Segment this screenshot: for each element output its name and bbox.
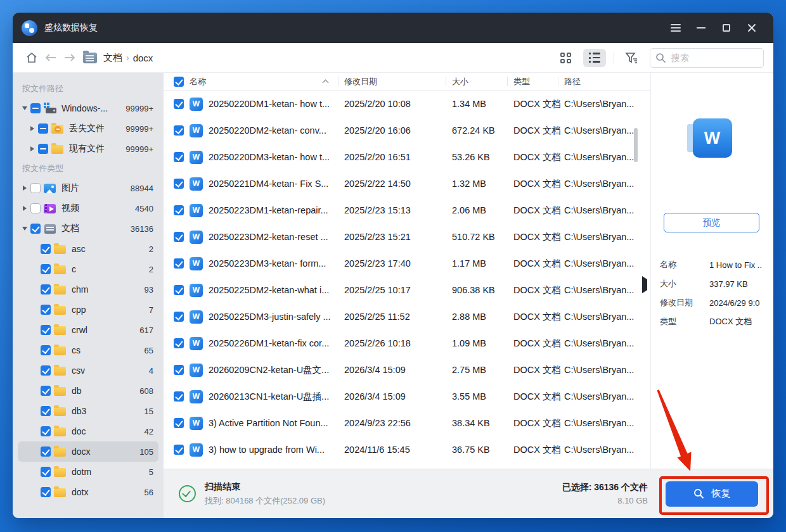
table-row[interactable]: W20250223DM3-ketan- form...2025/2/23 17:…: [164, 250, 650, 277]
row-checkbox[interactable]: [174, 152, 184, 162]
chevron-right-icon[interactable]: [28, 126, 37, 131]
row-checkbox[interactable]: [174, 338, 184, 348]
checkbox-csv[interactable]: [41, 365, 51, 376]
checkbox-crwl[interactable]: [41, 325, 51, 335]
table-row[interactable]: W20250223DM2-ketan-reset ...2025/2/23 15…: [164, 224, 650, 250]
breadcrumb-item-documents[interactable]: 文档: [103, 52, 122, 64]
folder-shape: [54, 326, 66, 335]
row-checkbox[interactable]: [174, 285, 184, 295]
vertical-scrollbar[interactable]: [634, 128, 638, 162]
breadcrumb-item-docx[interactable]: docx: [133, 53, 153, 63]
row-checkbox[interactable]: [174, 258, 184, 269]
row-checkbox[interactable]: [174, 179, 184, 189]
sidebar-item-视频[interactable]: 视频4540: [18, 198, 158, 218]
row-checkbox[interactable]: [174, 445, 184, 455]
table-row[interactable]: W20250226DM1-ketan-fix cor...2025/2/26 1…: [164, 330, 650, 357]
chevron-right-icon[interactable]: [28, 146, 37, 151]
sidebar-item-cpp[interactable]: cpp7: [18, 300, 158, 320]
column-header-name[interactable]: 名称: [172, 73, 338, 90]
table-row[interactable]: W3) Active Partition Not Foun...2024/9/2…: [164, 410, 650, 436]
checkbox-docx[interactable]: [41, 446, 51, 457]
filter-button[interactable]: [622, 48, 641, 67]
sidebar-item-db[interactable]: db608: [18, 381, 158, 401]
checkbox-Windows-...[interactable]: [30, 103, 41, 113]
table-row[interactable]: W20260213CN1-ketan-U盘插...2026/3/4 15:093…: [164, 383, 650, 410]
checkbox-文档[interactable]: [30, 224, 41, 234]
checkbox-现有文件[interactable]: [38, 144, 48, 154]
list-view-button[interactable]: [583, 49, 606, 67]
folder-icon: [54, 466, 67, 478]
row-checkbox[interactable]: [174, 418, 184, 428]
checkbox-c[interactable]: [41, 264, 51, 274]
checkbox-db3[interactable]: [41, 406, 51, 416]
table-row[interactable]: W20250221DM4-ketan- Fix S...2025/2/22 14…: [164, 170, 650, 197]
checkbox-db[interactable]: [41, 386, 51, 396]
chevron-down-icon[interactable]: [20, 106, 29, 110]
table-row[interactable]: W20250220DM3-ketan- how t...2025/2/20 16…: [164, 144, 650, 170]
table-row[interactable]: W20250225DM3-justin-safely ...2025/2/25 …: [164, 303, 650, 330]
checkbox-dotm[interactable]: [41, 467, 51, 477]
grid-view-button[interactable]: [554, 49, 577, 67]
maximize-button[interactable]: [714, 13, 739, 43]
row-checkbox[interactable]: [174, 391, 184, 402]
sidebar-item-db3[interactable]: db315: [18, 401, 158, 421]
sidebar-item-csv[interactable]: csv4: [18, 360, 158, 381]
select-all-checkbox[interactable]: [174, 77, 184, 87]
minimize-button[interactable]: [688, 13, 714, 43]
row-checkbox[interactable]: [174, 205, 184, 215]
table-row[interactable]: W20250220DM2-ketan- conv...2025/2/20 16:…: [164, 117, 650, 144]
checkbox-视频[interactable]: [30, 203, 41, 213]
table-row[interactable]: W20260209CN2-ketan-U盘文...2026/3/4 15:092…: [164, 357, 650, 383]
column-header-type[interactable]: 类型: [507, 73, 558, 90]
checkbox-图片[interactable]: [30, 183, 41, 193]
sidebar-item-图片[interactable]: 图片88944: [18, 178, 158, 198]
sidebar-item-crwl[interactable]: crwl617: [18, 320, 158, 340]
home-button[interactable]: [22, 48, 41, 67]
sidebar-item-Windows-...[interactable]: Windows-...99999+: [18, 98, 158, 118]
sidebar-item-docx[interactable]: docx105: [18, 441, 158, 462]
sidebar-item-文档[interactable]: 文档36136: [18, 218, 158, 239]
column-header-path[interactable]: 路径: [558, 73, 650, 90]
column-header-date[interactable]: 修改日期: [338, 73, 446, 90]
table-row[interactable]: W20250220DM1-ketan- how t...2025/2/20 10…: [164, 91, 650, 117]
table-row[interactable]: W3) how to upgrade from Wi...2024/11/6 1…: [164, 436, 650, 463]
sidebar-item-doc[interactable]: doc42: [18, 421, 158, 441]
recover-button[interactable]: 恢复: [666, 481, 758, 507]
sidebar-item-cs[interactable]: cs65: [18, 340, 158, 360]
hamburger-icon: [671, 24, 681, 32]
preview-button[interactable]: 预览: [664, 213, 759, 232]
checkbox-chm[interactable]: [41, 284, 51, 294]
table-row[interactable]: W20250223DM1-ketan-repair...2025/2/23 15…: [164, 197, 650, 224]
checkbox-dotx[interactable]: [41, 487, 51, 497]
chevron-down-icon[interactable]: [20, 227, 29, 231]
column-header-size[interactable]: 大小: [446, 73, 507, 90]
cell-size: 510.72 KB: [446, 232, 507, 242]
menu-button[interactable]: [663, 13, 688, 43]
sidebar-item-dotx[interactable]: dotx56: [18, 482, 158, 502]
row-checkbox[interactable]: [174, 232, 184, 242]
search-input[interactable]: [650, 48, 764, 68]
table-row[interactable]: W20250225DM2-ketan-what i...2025/2/25 10…: [164, 277, 650, 303]
back-button[interactable]: [41, 48, 60, 67]
row-checkbox[interactable]: [174, 99, 184, 109]
sidebar-item-chm[interactable]: chm93: [18, 279, 158, 300]
sidebar-item-dotm[interactable]: dotm5: [18, 462, 158, 482]
forward-button[interactable]: [60, 48, 79, 67]
sidebar-item-丢失文件[interactable]: 丢失文件99999+: [18, 118, 158, 139]
checkbox-doc[interactable]: [41, 426, 51, 436]
chevron-right-icon[interactable]: [20, 206, 29, 211]
sidebar-item-c[interactable]: c2: [18, 259, 158, 279]
close-button[interactable]: [739, 13, 764, 43]
checkbox-cpp[interactable]: [41, 305, 51, 315]
row-checkbox[interactable]: [174, 365, 184, 375]
row-checkbox[interactable]: [174, 125, 184, 136]
sidebar-item-asc[interactable]: asc2: [18, 239, 158, 259]
checkbox-丢失文件[interactable]: [38, 124, 48, 134]
checkbox-cs[interactable]: [41, 345, 51, 355]
row-checkbox[interactable]: [174, 312, 184, 322]
preview-panel-toggle[interactable]: [642, 279, 647, 291]
checkbox-asc[interactable]: [41, 244, 51, 254]
chevron-right-icon[interactable]: [20, 186, 29, 191]
folder-shape: [54, 306, 66, 315]
sidebar-item-现有文件[interactable]: 现有文件99999+: [18, 139, 158, 159]
